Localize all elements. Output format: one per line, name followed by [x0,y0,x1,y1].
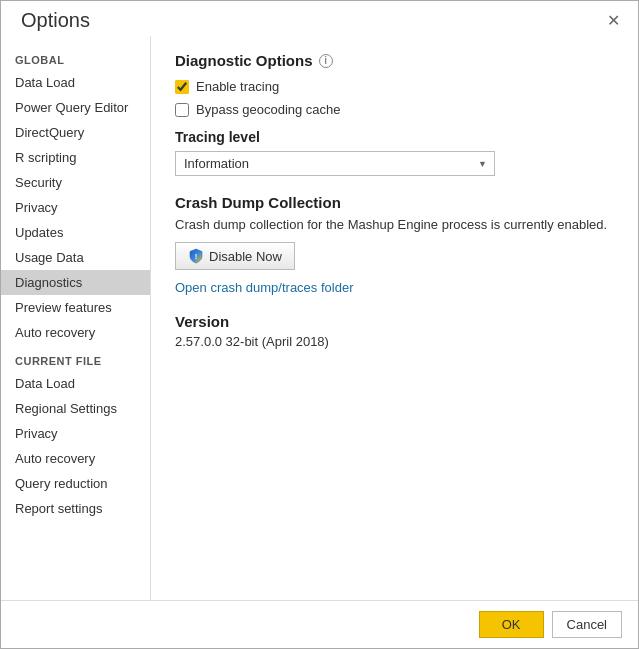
sidebar-item-preview-features[interactable]: Preview features [1,295,150,320]
sidebar-item-updates[interactable]: Updates [1,220,150,245]
diagnostic-options-title: Diagnostic Options i [175,52,614,69]
enable-tracing-row: Enable tracing [175,79,614,94]
shield-icon: ! [188,248,204,264]
version-value: 2.57.0.0 32-bit (April 2018) [175,334,614,349]
global-section-label: GLOBAL [1,44,150,70]
main-content: Diagnostic Options i Enable tracing Bypa… [151,36,638,600]
sidebar-item-diagnostics[interactable]: Diagnostics [1,270,150,295]
open-crash-dump-link[interactable]: Open crash dump/traces folder [175,280,353,295]
tracing-level-select-wrapper: Information Verbose Warning Error [175,151,495,176]
tracing-level-label: Tracing level [175,129,614,145]
sidebar-item-cf-regional-settings[interactable]: Regional Settings [1,396,150,421]
dialog-footer: OK Cancel [1,600,638,648]
titlebar: Options ✕ [1,1,638,36]
current-file-section-label: CURRENT FILE [1,345,150,371]
options-dialog: Options ✕ GLOBAL Data Load Power Query E… [0,0,639,649]
sidebar-item-auto-recovery[interactable]: Auto recovery [1,320,150,345]
crash-dump-link-row: Open crash dump/traces folder [175,280,614,295]
cancel-button[interactable]: Cancel [552,611,622,638]
crash-dump-title: Crash Dump Collection [175,194,614,211]
sidebar-item-directquery[interactable]: DirectQuery [1,120,150,145]
sidebar-item-cf-query-reduction[interactable]: Query reduction [1,471,150,496]
bypass-geocoding-label[interactable]: Bypass geocoding cache [196,102,341,117]
sidebar-item-privacy[interactable]: Privacy [1,195,150,220]
sidebar-item-power-query-editor[interactable]: Power Query Editor [1,95,150,120]
sidebar-item-cf-privacy[interactable]: Privacy [1,421,150,446]
close-button[interactable]: ✕ [601,11,626,31]
info-icon: i [319,54,333,68]
sidebar-item-cf-auto-recovery[interactable]: Auto recovery [1,446,150,471]
disable-now-button[interactable]: ! Disable Now [175,242,295,270]
sidebar-item-data-load[interactable]: Data Load [1,70,150,95]
bypass-geocoding-checkbox[interactable] [175,103,189,117]
bypass-geocoding-row: Bypass geocoding cache [175,102,614,117]
sidebar-item-r-scripting[interactable]: R scripting [1,145,150,170]
svg-text:!: ! [195,252,198,261]
version-title: Version [175,313,614,330]
dialog-body: GLOBAL Data Load Power Query Editor Dire… [1,36,638,600]
sidebar-item-usage-data[interactable]: Usage Data [1,245,150,270]
sidebar: GLOBAL Data Load Power Query Editor Dire… [1,36,151,600]
crash-dump-description: Crash dump collection for the Mashup Eng… [175,217,614,232]
tracing-level-select[interactable]: Information Verbose Warning Error [175,151,495,176]
sidebar-item-security[interactable]: Security [1,170,150,195]
ok-button[interactable]: OK [479,611,544,638]
enable-tracing-label[interactable]: Enable tracing [196,79,279,94]
sidebar-item-cf-report-settings[interactable]: Report settings [1,496,150,521]
dialog-title: Options [21,9,90,32]
sidebar-item-cf-data-load[interactable]: Data Load [1,371,150,396]
enable-tracing-checkbox[interactable] [175,80,189,94]
